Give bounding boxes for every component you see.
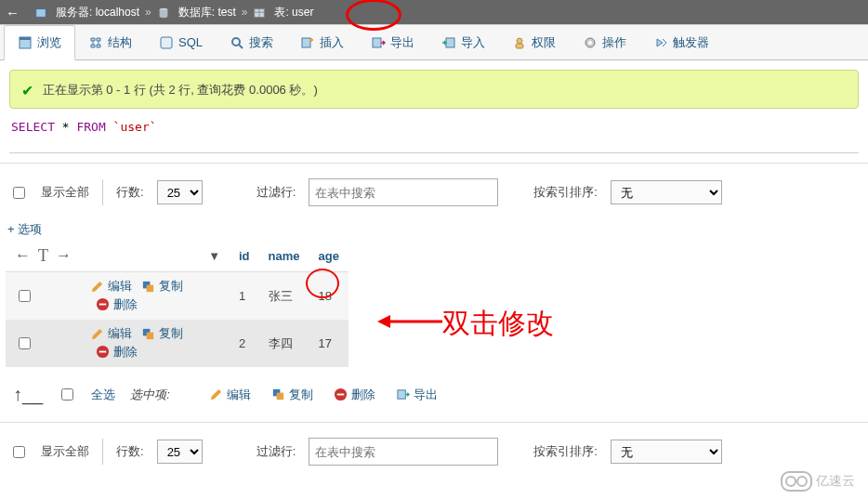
move-right-icon[interactable]: → bbox=[56, 246, 72, 265]
copy-icon bbox=[271, 387, 286, 401]
sort-label: 按索引排序: bbox=[533, 443, 598, 460]
sort-label: 按索引排序: bbox=[533, 184, 598, 201]
column-header-age[interactable]: age bbox=[309, 240, 349, 272]
svg-rect-6 bbox=[20, 37, 31, 40]
privileges-icon bbox=[512, 35, 527, 50]
cell-name[interactable]: 李四 bbox=[259, 320, 309, 367]
tab-label: 触发器 bbox=[673, 34, 709, 51]
table-icon bbox=[253, 7, 266, 19]
svg-rect-10 bbox=[302, 38, 310, 47]
sql-icon bbox=[159, 35, 174, 50]
copy-row-button[interactable]: 复制 bbox=[141, 278, 183, 295]
tab-label: SQL bbox=[178, 35, 203, 49]
bulk-delete-button[interactable]: 删除 bbox=[334, 387, 375, 403]
column-header-name[interactable]: name bbox=[259, 240, 309, 272]
bulk-export-button[interactable]: 导出 bbox=[396, 387, 438, 403]
tab-label: 操作 bbox=[602, 34, 626, 51]
bulk-edit-button[interactable]: 编辑 bbox=[209, 387, 251, 403]
delete-icon bbox=[334, 387, 349, 401]
options-link[interactable]: + 选项 bbox=[0, 218, 49, 240]
edit-row-button[interactable]: 编辑 bbox=[90, 325, 132, 342]
status-message: ✔ 正在显示第 0 - 1 行 (共 2 行, 查询花费 0.0006 秒。) bbox=[9, 70, 859, 109]
up-arrow-icon: ↑__ bbox=[13, 384, 43, 405]
svg-rect-22 bbox=[146, 332, 153, 339]
svg-rect-20 bbox=[99, 304, 107, 306]
tab-import[interactable]: 导入 bbox=[428, 25, 499, 59]
cell-name[interactable]: 张三 bbox=[259, 272, 309, 321]
tab-browse[interactable]: 浏览 bbox=[4, 25, 75, 60]
rows-select[interactable]: 25 bbox=[157, 440, 203, 464]
server-icon bbox=[34, 7, 47, 19]
rows-label: 行数: bbox=[116, 443, 144, 460]
pencil-icon bbox=[209, 387, 224, 401]
svg-rect-31 bbox=[398, 390, 405, 399]
database-icon bbox=[157, 7, 170, 19]
breadcrumb: ← 服务器: localhost » 数据库: test » 表: user bbox=[0, 0, 868, 24]
svg-marker-26 bbox=[377, 315, 390, 328]
delete-icon bbox=[96, 345, 111, 359]
delete-row-button[interactable]: 删除 bbox=[96, 296, 138, 313]
copy-row-button[interactable]: 复制 bbox=[141, 325, 183, 342]
bulk-copy-button[interactable]: 复制 bbox=[271, 387, 313, 403]
tab-search[interactable]: 搜索 bbox=[217, 25, 287, 59]
svg-line-9 bbox=[239, 45, 243, 48]
breadcrumb-database[interactable]: 数据库: test bbox=[178, 5, 236, 20]
filter-input[interactable] bbox=[309, 178, 498, 206]
delete-row-button[interactable]: 删除 bbox=[96, 344, 138, 361]
table-row: 编辑 复制 删除 1 张三 18 bbox=[6, 272, 349, 321]
tab-operations[interactable]: 操作 bbox=[570, 25, 640, 59]
show-all-checkbox[interactable] bbox=[13, 446, 25, 458]
tab-label: 导入 bbox=[461, 34, 485, 51]
move-left-icon[interactable]: ← bbox=[15, 246, 31, 265]
svg-rect-30 bbox=[337, 394, 345, 396]
pencil-icon bbox=[90, 327, 105, 341]
bulk-actions-bar: ↑__ 全选 选中项: 编辑 复制 删除 导出 bbox=[0, 371, 868, 422]
cell-age[interactable]: 17 bbox=[309, 320, 349, 367]
check-all-link[interactable]: 全选 bbox=[91, 387, 115, 403]
filter-input[interactable] bbox=[309, 438, 498, 466]
operations-icon bbox=[583, 35, 598, 50]
sort-asc-icon[interactable]: ▼ bbox=[208, 249, 220, 263]
pencil-icon bbox=[90, 280, 105, 294]
tab-insert[interactable]: 插入 bbox=[287, 25, 358, 59]
row-checkbox[interactable] bbox=[19, 337, 31, 349]
tab-export[interactable]: 导出 bbox=[358, 25, 428, 59]
structure-icon bbox=[88, 35, 103, 50]
sort-select[interactable]: 无 bbox=[611, 440, 722, 464]
copy-icon bbox=[141, 280, 156, 294]
tab-sql[interactable]: SQL bbox=[146, 25, 217, 59]
svg-rect-12 bbox=[446, 38, 454, 47]
delete-icon bbox=[96, 297, 111, 311]
search-icon bbox=[230, 35, 244, 50]
filter-label: 过滤行: bbox=[256, 443, 296, 460]
row-checkbox[interactable] bbox=[19, 290, 31, 302]
svg-point-16 bbox=[588, 41, 592, 45]
rows-select[interactable]: 25 bbox=[157, 180, 203, 204]
back-icon[interactable]: ← bbox=[6, 5, 20, 20]
tab-triggers[interactable]: 触发器 bbox=[640, 25, 723, 59]
show-all-checkbox[interactable] bbox=[13, 187, 25, 199]
sql-preview: SELECT * FROM `user` bbox=[9, 116, 859, 149]
edit-row-button[interactable]: 编辑 bbox=[90, 278, 132, 295]
breadcrumb-server[interactable]: 服务器: localhost bbox=[56, 5, 139, 20]
breadcrumb-table[interactable]: 表: user bbox=[274, 5, 313, 20]
tab-privileges[interactable]: 权限 bbox=[499, 25, 570, 59]
column-header-id[interactable]: id bbox=[230, 240, 259, 272]
results-toolbar-top: 显示全部 行数: 25 过滤行: 按索引排序: 无 bbox=[0, 163, 868, 221]
check-all-checkbox[interactable] bbox=[61, 388, 73, 401]
filter-label: 过滤行: bbox=[256, 184, 296, 201]
triggers-icon bbox=[653, 35, 668, 50]
tab-label: 搜索 bbox=[249, 34, 273, 51]
insert-icon bbox=[300, 35, 315, 50]
tab-label: 结构 bbox=[108, 34, 132, 51]
sort-select[interactable]: 无 bbox=[611, 180, 722, 204]
check-icon: ✔ bbox=[21, 83, 33, 98]
tab-structure[interactable]: 结构 bbox=[75, 25, 146, 59]
cell-id[interactable]: 1 bbox=[230, 272, 259, 321]
column-marker-icon: T bbox=[38, 246, 48, 266]
rows-label: 行数: bbox=[116, 184, 144, 201]
cell-age[interactable]: 18 bbox=[309, 272, 349, 321]
svg-rect-18 bbox=[146, 284, 153, 292]
results-grid: ← T → ▼ id name age 编辑 复制 删除 bbox=[0, 240, 374, 367]
cell-id[interactable]: 2 bbox=[230, 320, 259, 367]
